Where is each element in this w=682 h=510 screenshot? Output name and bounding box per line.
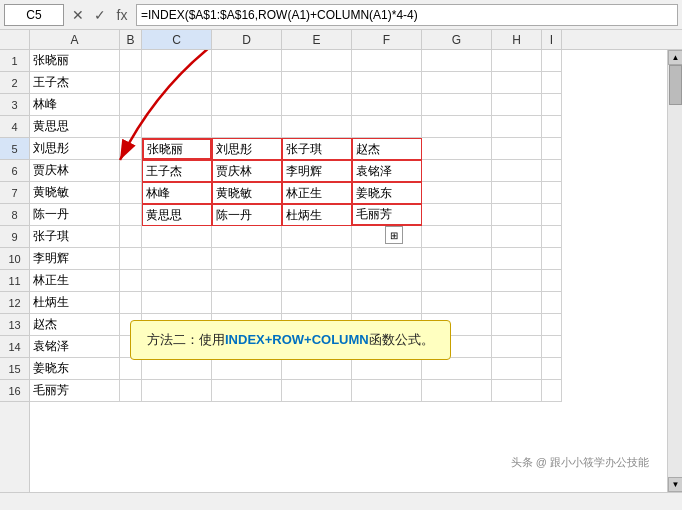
cell-F10[interactable] bbox=[352, 248, 422, 270]
cell-A10[interactable]: 李明辉 bbox=[30, 248, 120, 270]
col-header-H[interactable]: H bbox=[492, 30, 542, 49]
cell-H5[interactable] bbox=[492, 138, 542, 160]
cell-D10[interactable] bbox=[212, 248, 282, 270]
cell-F8[interactable]: 毛丽芳 bbox=[352, 204, 422, 226]
cell-I8[interactable] bbox=[542, 204, 562, 226]
fx-button[interactable]: fx bbox=[112, 4, 132, 26]
cell-H10[interactable] bbox=[492, 248, 542, 270]
row-header-10[interactable]: 10 bbox=[0, 248, 29, 270]
cell-I13[interactable] bbox=[542, 314, 562, 336]
cell-F16[interactable] bbox=[352, 380, 422, 402]
vertical-scrollbar[interactable]: ▲ ▼ bbox=[667, 50, 682, 492]
cell-G9[interactable] bbox=[422, 226, 492, 248]
cell-B4[interactable] bbox=[120, 116, 142, 138]
row-header-3[interactable]: 3 bbox=[0, 94, 29, 116]
cell-C4[interactable] bbox=[142, 116, 212, 138]
row-header-6[interactable]: 6 bbox=[0, 160, 29, 182]
cell-A13[interactable]: 赵杰 bbox=[30, 314, 120, 336]
cell-C1[interactable] bbox=[142, 50, 212, 72]
cell-A9[interactable]: 张子琪 bbox=[30, 226, 120, 248]
cell-E16[interactable] bbox=[282, 380, 352, 402]
cell-A8[interactable]: 陈一丹 bbox=[30, 204, 120, 226]
cell-G3[interactable] bbox=[422, 94, 492, 116]
cell-F15[interactable] bbox=[352, 358, 422, 380]
cell-A15[interactable]: 姜晓东 bbox=[30, 358, 120, 380]
col-header-D[interactable]: D bbox=[212, 30, 282, 49]
col-header-G[interactable]: G bbox=[422, 30, 492, 49]
cell-B15[interactable] bbox=[120, 358, 142, 380]
cell-C5-selected[interactable]: 张晓丽 bbox=[142, 138, 212, 160]
cell-C9[interactable] bbox=[142, 226, 212, 248]
scroll-up-button[interactable]: ▲ bbox=[668, 50, 682, 65]
cell-C10[interactable] bbox=[142, 248, 212, 270]
cell-E11[interactable] bbox=[282, 270, 352, 292]
cell-F12[interactable] bbox=[352, 292, 422, 314]
cell-D12[interactable] bbox=[212, 292, 282, 314]
cell-A5[interactable]: 刘思彤 bbox=[30, 138, 120, 160]
cell-A7[interactable]: 黄晓敏 bbox=[30, 182, 120, 204]
cell-I4[interactable] bbox=[542, 116, 562, 138]
cell-H7[interactable] bbox=[492, 182, 542, 204]
cell-C6[interactable]: 王子杰 bbox=[142, 160, 212, 182]
row-header-8[interactable]: 8 bbox=[0, 204, 29, 226]
cell-B3[interactable] bbox=[120, 94, 142, 116]
cell-H15[interactable] bbox=[492, 358, 542, 380]
cell-D8[interactable]: 陈一丹 bbox=[212, 204, 282, 226]
cell-C15[interactable] bbox=[142, 358, 212, 380]
cell-B1[interactable] bbox=[120, 50, 142, 72]
cell-I6[interactable] bbox=[542, 160, 562, 182]
cell-B6[interactable] bbox=[120, 160, 142, 182]
row-header-1[interactable]: 1 bbox=[0, 50, 29, 72]
cell-D16[interactable] bbox=[212, 380, 282, 402]
cell-H8[interactable] bbox=[492, 204, 542, 226]
row-header-12[interactable]: 12 bbox=[0, 292, 29, 314]
row-header-5[interactable]: 5 bbox=[0, 138, 29, 160]
cell-I7[interactable] bbox=[542, 182, 562, 204]
cell-E9[interactable] bbox=[282, 226, 352, 248]
cell-A4[interactable]: 黄思思 bbox=[30, 116, 120, 138]
cell-G8[interactable] bbox=[422, 204, 492, 226]
cell-I5[interactable] bbox=[542, 138, 562, 160]
cell-B9[interactable] bbox=[120, 226, 142, 248]
cell-E6[interactable]: 李明辉 bbox=[282, 160, 352, 182]
scroll-thumb[interactable] bbox=[669, 65, 682, 105]
cell-G7[interactable] bbox=[422, 182, 492, 204]
row-header-2[interactable]: 2 bbox=[0, 72, 29, 94]
cell-F4[interactable] bbox=[352, 116, 422, 138]
cell-I3[interactable] bbox=[542, 94, 562, 116]
cell-E7[interactable]: 林正生 bbox=[282, 182, 352, 204]
cell-D11[interactable] bbox=[212, 270, 282, 292]
cell-F1[interactable] bbox=[352, 50, 422, 72]
cell-B7[interactable] bbox=[120, 182, 142, 204]
cell-C3[interactable] bbox=[142, 94, 212, 116]
cell-H14[interactable] bbox=[492, 336, 542, 358]
col-header-E[interactable]: E bbox=[282, 30, 352, 49]
cell-D3[interactable] bbox=[212, 94, 282, 116]
cell-D4[interactable] bbox=[212, 116, 282, 138]
cell-D7[interactable]: 黄晓敏 bbox=[212, 182, 282, 204]
cell-G12[interactable] bbox=[422, 292, 492, 314]
cell-G1[interactable] bbox=[422, 50, 492, 72]
scroll-down-button[interactable]: ▼ bbox=[668, 477, 682, 492]
cell-H6[interactable] bbox=[492, 160, 542, 182]
cell-B2[interactable] bbox=[120, 72, 142, 94]
row-header-7[interactable]: 7 bbox=[0, 182, 29, 204]
formula-input[interactable] bbox=[136, 4, 678, 26]
col-header-B[interactable]: B bbox=[120, 30, 142, 49]
cell-I15[interactable] bbox=[542, 358, 562, 380]
cell-E5[interactable]: 张子琪 bbox=[282, 138, 352, 160]
cancel-button[interactable]: ✕ bbox=[68, 4, 88, 26]
cell-F3[interactable] bbox=[352, 94, 422, 116]
row-header-15[interactable]: 15 bbox=[0, 358, 29, 380]
row-header-14[interactable]: 14 bbox=[0, 336, 29, 358]
row-header-16[interactable]: 16 bbox=[0, 380, 29, 402]
row-header-4[interactable]: 4 bbox=[0, 116, 29, 138]
cell-H4[interactable] bbox=[492, 116, 542, 138]
cell-C8[interactable]: 黄思思 bbox=[142, 204, 212, 226]
cell-G11[interactable] bbox=[422, 270, 492, 292]
cell-F6[interactable]: 袁铭泽 bbox=[352, 160, 422, 182]
row-header-13[interactable]: 13 bbox=[0, 314, 29, 336]
cell-D15[interactable] bbox=[212, 358, 282, 380]
col-header-I[interactable]: I bbox=[542, 30, 562, 49]
confirm-button[interactable]: ✓ bbox=[90, 4, 110, 26]
